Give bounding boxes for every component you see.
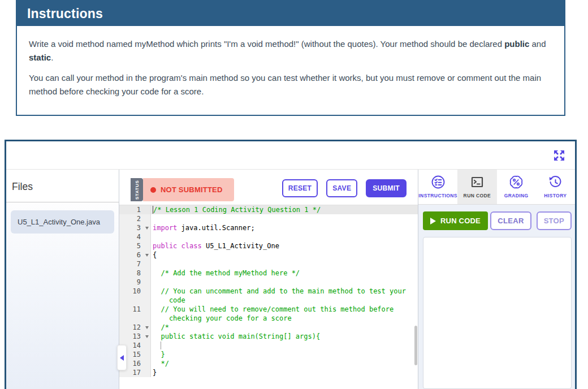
line-number: 2 (119, 214, 143, 223)
tab-instructions[interactable]: INSTRUCTIONS (418, 170, 457, 204)
submit-button[interactable]: SUBMIT (366, 179, 407, 197)
code-text: */ (151, 359, 418, 368)
code-line[interactable]: 5public class U5_L1_Activity_One (119, 241, 418, 250)
clear-button[interactable]: CLEAR (490, 211, 531, 230)
fold-arrow-icon[interactable] (145, 254, 149, 257)
code-text: } (151, 350, 418, 359)
line-number-gutter: 7 (119, 260, 151, 269)
line-number-gutter: 8 (119, 269, 151, 278)
reset-button[interactable]: RESET (282, 179, 318, 197)
line-number: 7 (119, 260, 143, 269)
fold-arrow-icon[interactable] (145, 335, 149, 338)
editor-toolbar: STATUS NOT SUBMITTED RESET SAVE SUBMIT (119, 170, 418, 205)
fold-arrow-icon[interactable] (145, 227, 149, 230)
code-line[interactable]: 12 /* (119, 323, 418, 332)
code-text: { (151, 250, 418, 260)
code-text: /* Add the method myMethod here */ (151, 269, 418, 278)
code-line[interactable]: 11 // You will need to remove/comment ou… (119, 305, 418, 323)
code-lines: 1/* Lesson 1 Coding Activity Question 1 … (119, 205, 418, 377)
not-submitted-icon (150, 187, 156, 193)
code-line[interactable]: 8 /* Add the method myMethod here */ (119, 269, 418, 278)
run-panel-content: RUN CODE CLEAR STOP (418, 205, 575, 389)
line-number-gutter: 4 (119, 232, 151, 241)
line-number: 10 (119, 287, 143, 296)
code-text: /* Lesson 1 Coding Activity Question 1 *… (151, 205, 418, 214)
program-output-area (423, 237, 572, 389)
code-text: public static void main(String[] args){ (151, 332, 418, 341)
chevron-left-icon (120, 355, 124, 361)
line-number-gutter: 13 (119, 332, 151, 341)
code-line[interactable]: 10 // You can uncomment and add to the m… (119, 287, 418, 305)
line-number-gutter: 3 (119, 223, 151, 232)
ide-topbar (6, 141, 575, 170)
code-text: // You will need to remove/comment out t… (151, 305, 418, 323)
code-line[interactable]: 17} (119, 368, 418, 377)
tab-run-code[interactable]: RUN CODE (457, 170, 496, 204)
code-line[interactable]: 3import java.util.Scanner; (119, 223, 418, 232)
code-text: /* (151, 323, 418, 332)
line-number-gutter: 1 (119, 205, 151, 214)
instructions-body: Write a void method named myMethod which… (16, 26, 565, 116)
status-banner: NOT SUBMITTED (143, 178, 234, 201)
line-number: 5 (119, 241, 143, 250)
save-button[interactable]: SAVE (326, 179, 357, 197)
stop-button[interactable]: STOP (537, 211, 572, 230)
line-number: 4 (119, 232, 143, 241)
code-line[interactable]: 1/* Lesson 1 Coding Activity Question 1 … (119, 205, 418, 214)
code-text (151, 278, 418, 287)
code-text: // You can uncomment and add to the main… (151, 287, 418, 305)
line-number: 12 (119, 323, 143, 332)
code-line[interactable]: 6{ (119, 250, 418, 260)
submission-status: STATUS NOT SUBMITTED (131, 178, 234, 201)
history-clock-icon (548, 175, 563, 189)
file-item[interactable]: U5_L1_Activity_One.java (11, 210, 114, 234)
tab-label: INSTRUCTIONS (418, 193, 457, 198)
tab-grading[interactable]: GRADING (497, 170, 536, 204)
instructions-title: Instructions (27, 6, 103, 21)
code-line[interactable]: 9 (119, 278, 418, 287)
line-number-gutter: 2 (119, 214, 151, 223)
percent-badge-icon (509, 175, 524, 189)
code-line[interactable]: 13 public static void main(String[] args… (119, 332, 418, 341)
line-number: 9 (119, 278, 143, 287)
code-line[interactable]: 4 (119, 232, 418, 241)
instructions-header: Instructions (16, 0, 565, 26)
line-number-gutter: 6 (119, 250, 151, 260)
files-panel-title: Files (6, 170, 119, 202)
line-number-gutter: 11 (119, 305, 151, 323)
code-line[interactable]: 14 (119, 341, 418, 350)
code-text: } (151, 368, 418, 377)
tab-history[interactable]: HISTORY (536, 170, 575, 204)
code-text (151, 214, 418, 223)
code-editor[interactable]: 1/* Lesson 1 Coding Activity Question 1 … (119, 205, 418, 389)
line-number-gutter: 5 (119, 241, 151, 250)
code-line[interactable]: 2 (119, 214, 418, 223)
code-line[interactable]: 7 (119, 260, 418, 269)
files-sidebar: Files U5_L1_Activity_One.java (6, 170, 119, 389)
run-code-button-label: RUN CODE (440, 217, 481, 225)
status-tab[interactable]: STATUS (131, 178, 143, 201)
editor-action-buttons: RESET SAVE SUBMIT (282, 179, 407, 197)
collapse-sidebar-handle[interactable] (117, 345, 127, 370)
code-line[interactable]: 16 */ (119, 359, 418, 368)
line-number-gutter: 12 (119, 323, 151, 332)
instructions-panel: Instructions Write a void method named m… (16, 0, 565, 116)
code-text (151, 341, 418, 350)
run-code-button[interactable]: RUN CODE (423, 211, 488, 230)
code-text: import java.util.Scanner; (151, 223, 418, 232)
play-icon (430, 218, 436, 224)
files-list: U5_L1_Activity_One.java (6, 202, 119, 389)
line-number: 1 (119, 205, 143, 214)
instruction-paragraph-1: Write a void method named myMethod which… (29, 37, 552, 64)
code-text: public class U5_L1_Activity_One (151, 241, 418, 250)
status-text: NOT SUBMITTED (161, 185, 222, 194)
expand-fullscreen-icon[interactable] (552, 149, 566, 162)
ide-main: Files U5_L1_Activity_One.java STATUS NOT… (6, 170, 575, 389)
code-activity-panel: Files U5_L1_Activity_One.java STATUS NOT… (5, 140, 577, 389)
code-line[interactable]: 15 } (119, 350, 418, 359)
checklist-circle-icon (431, 175, 446, 189)
editor-scrollbar[interactable] (414, 326, 417, 365)
line-number-gutter: 10 (119, 287, 151, 305)
fold-arrow-icon[interactable] (145, 326, 149, 329)
tab-label: HISTORY (544, 193, 567, 198)
